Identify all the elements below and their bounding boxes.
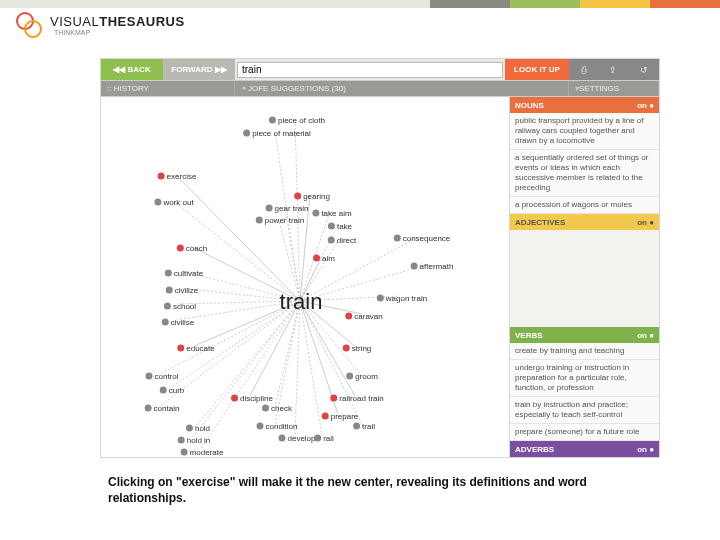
graph-node[interactable]: consequence (392, 232, 451, 243)
graph-node[interactable]: exercise (156, 170, 197, 181)
graph-node[interactable]: develop (276, 432, 315, 443)
toolbar: ◀◀ BACK FORWARD ▶▶ LOOK IT UP ⎙ ⇪ ↺ (101, 59, 659, 81)
forward-button[interactable]: FORWARD ▶▶ (163, 59, 235, 80)
graph-node[interactable]: power train (254, 214, 305, 225)
graph-node[interactable]: hold (184, 422, 210, 433)
graph-node[interactable]: groom (344, 370, 378, 381)
graph-node[interactable]: string (341, 342, 372, 353)
graph-node[interactable]: gear train (264, 202, 309, 213)
pos-header-adv[interactable]: ADVERBSon ● (510, 441, 659, 457)
graph-node[interactable]: aim (311, 252, 335, 263)
graph-node[interactable]: work out (152, 196, 193, 207)
definition-item[interactable]: prepare (someone) for a future role (510, 424, 659, 441)
svg-line-2 (176, 175, 300, 301)
suggestions-dropdown[interactable]: ✦ JOFE SUGGESTIONS (30) (235, 81, 569, 96)
brand-name-light: VISUAL (50, 14, 99, 29)
graph-node[interactable]: coach (175, 242, 207, 253)
definition-item[interactable]: a procession of wagons or mules (510, 197, 659, 214)
print-icon[interactable]: ⎙ (581, 65, 586, 75)
definition-item[interactable]: undergo training or instruction in prepa… (510, 360, 659, 397)
graph-node[interactable]: piece of cloth (267, 114, 325, 125)
search-wrap (235, 59, 505, 80)
brand-subtitle: THINKMAP (54, 29, 185, 36)
brand-logo: VISUALTHESAURUS THINKMAP (14, 10, 185, 40)
graph-canvas[interactable]: train piece of clothpiece of materialexe… (101, 97, 509, 457)
graph-node[interactable]: curb (158, 384, 185, 395)
graph-node[interactable]: take aim (310, 207, 351, 218)
svg-line-23 (250, 301, 300, 396)
graph-node[interactable]: trail (351, 420, 375, 431)
graph-node[interactable]: aftermath (409, 260, 454, 271)
top-color-bar (0, 0, 720, 8)
graph-node[interactable]: piece of material (241, 127, 311, 138)
graph-node[interactable]: contain (143, 402, 180, 413)
definition-item[interactable]: public transport provided by a line of r… (510, 113, 659, 150)
definition-item[interactable]: a sequentially ordered set of things or … (510, 150, 659, 197)
graph-node[interactable]: caravan (343, 310, 382, 321)
search-input[interactable] (237, 62, 503, 78)
back-button[interactable]: ◀◀ BACK (101, 59, 163, 80)
pos-header-noun[interactable]: NOUNSon ● (510, 97, 659, 113)
logo-icon (14, 10, 44, 40)
graph-node[interactable]: rail (312, 432, 334, 443)
graph-node[interactable]: control (143, 370, 178, 381)
lookup-button[interactable]: LOOK IT UP (505, 59, 569, 80)
svg-line-27 (300, 301, 322, 435)
settings-dropdown[interactable]: ▾ SETTINGS (569, 81, 659, 96)
graph-node[interactable]: check (260, 402, 292, 413)
graph-node[interactable]: school (162, 300, 196, 311)
pos-header-adj[interactable]: ADJECTIVESon ● (510, 214, 659, 230)
graph-node[interactable]: cultivate (163, 267, 203, 278)
graph-node[interactable]: gearing (292, 190, 330, 201)
graph-node[interactable]: direct (326, 234, 357, 245)
aux-tools: ⎙ ⇪ ↺ (569, 59, 659, 80)
app-frame: ◀◀ BACK FORWARD ▶▶ LOOK IT UP ⎙ ⇪ ↺ :: H… (100, 58, 660, 458)
slide-caption: Clicking on "exercise" will make it the … (108, 474, 648, 506)
graph-node[interactable]: railroad train (328, 392, 383, 403)
pos-header-verb[interactable]: VERBSon ● (510, 327, 659, 343)
svg-line-21 (193, 301, 300, 437)
graph-node[interactable]: moderate (179, 446, 224, 457)
graph-node[interactable]: take (326, 220, 352, 231)
graph-node[interactable]: wagon train (375, 292, 427, 303)
graph-node[interactable]: condition (254, 420, 297, 431)
subtoolbar: :: HISTORY ✦ JOFE SUGGESTIONS (30) ▾ SET… (101, 81, 659, 97)
history-dropdown[interactable]: :: HISTORY (101, 81, 235, 96)
graph-node[interactable]: civilise (160, 316, 195, 327)
definition-item[interactable]: train by instruction and practice; espec… (510, 397, 659, 424)
graph-node[interactable]: civilize (164, 284, 199, 295)
definition-item[interactable]: create by training and teaching (510, 343, 659, 360)
center-node[interactable]: train (280, 289, 323, 315)
graph-node[interactable]: educate (175, 342, 214, 353)
graph-node[interactable]: hold in (176, 434, 211, 445)
random-icon[interactable]: ↺ (640, 65, 648, 75)
definitions-panel: NOUNSon ● public transport provided by a… (509, 97, 659, 457)
brand-name-bold: THESAURUS (99, 14, 184, 29)
share-icon[interactable]: ⇪ (609, 65, 617, 75)
